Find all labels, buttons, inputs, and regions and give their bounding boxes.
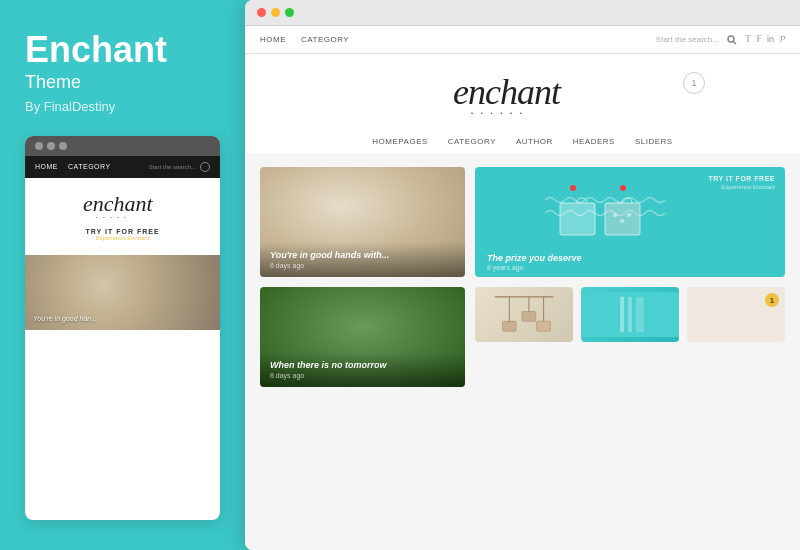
mini-dots-bar xyxy=(25,136,220,156)
svg-point-2 xyxy=(728,36,734,42)
svg-rect-7 xyxy=(605,203,640,235)
theme-search-icon[interactable] xyxy=(727,35,737,45)
mini-dot-3 xyxy=(59,142,67,150)
mini-nav-category[interactable]: CATEGORY xyxy=(68,163,111,170)
mini-dot-2 xyxy=(47,142,55,150)
grid-row-1: You're in good hands with... 6 days ago xyxy=(260,167,785,277)
mini-cta-main: TRY IT FOR FREE xyxy=(33,228,212,235)
card-small-1[interactable] xyxy=(475,287,573,342)
nav-sliders[interactable]: SLIDERS xyxy=(635,137,673,146)
mini-search-icon[interactable] xyxy=(200,162,210,172)
theme-nav-category[interactable]: CATEGORY xyxy=(301,35,349,44)
card-food-overlay: You're in good hands with... 6 days ago xyxy=(260,242,465,277)
svg-rect-20 xyxy=(628,297,632,332)
card-prize-meta: 8 years ago xyxy=(487,264,524,271)
card-food[interactable]: You're in good hands with... 6 days ago xyxy=(260,167,465,277)
grid-row-2: When there is no tomorrow 8 days ago xyxy=(260,287,785,387)
mini-bottom-image: You're in good han... xyxy=(25,255,220,330)
card-small-badge: 1 xyxy=(765,293,779,307)
card-small-3[interactable]: 1 xyxy=(687,287,785,342)
mini-logo-text: enchant • • • • • xyxy=(33,186,212,226)
theme-hero: 1 enchant • • • • • • xyxy=(245,54,800,131)
linkedin-icon: in xyxy=(767,34,774,45)
mini-nav-search: Start the search... xyxy=(149,162,210,172)
card-teal-cta: TRY IT FOR FREE xyxy=(708,175,775,182)
card-small-2-visual xyxy=(581,287,679,342)
pinterest-icon: 𝓟 xyxy=(779,34,785,45)
theme-nav-home[interactable]: HOME xyxy=(260,35,286,44)
theme-nav-left: HOME CATEGORY xyxy=(260,35,349,44)
sidebar-author: By FinalDestiny xyxy=(25,99,220,114)
card-plants-overlay: When there is no tomorrow 8 days ago xyxy=(260,352,465,387)
card-prize-title: The prize you deserve xyxy=(487,253,582,263)
svg-text:• • • • • •: • • • • • • xyxy=(471,110,525,116)
card-plants-meta: 8 days ago xyxy=(270,372,455,379)
mini-image-caption: You're in good han... xyxy=(33,315,97,322)
mini-cta: TRY IT FOR FREE Experience Enchant xyxy=(33,226,212,247)
sidebar-subtitle: Theme xyxy=(25,72,220,93)
svg-line-3 xyxy=(733,41,736,44)
svg-rect-17 xyxy=(537,321,551,331)
small-cards-container: 1 xyxy=(475,287,785,387)
chrome-dot-close[interactable] xyxy=(257,8,266,17)
theme-preview: HOME CATEGORY Start the search... 𝕋 𝔽 in… xyxy=(245,26,800,550)
card-food-title: You're in good hands with... xyxy=(270,250,455,260)
svg-text:enchant: enchant xyxy=(453,72,562,112)
small-cards-row: 1 xyxy=(475,287,785,333)
card-small-2[interactable] xyxy=(581,287,679,342)
red-dot-2 xyxy=(620,185,626,191)
chrome-dot-minimize[interactable] xyxy=(271,8,280,17)
nav-author[interactable]: AUTHOR xyxy=(516,137,553,146)
svg-rect-15 xyxy=(502,321,516,331)
main-area: HOME CATEGORY Start the search... 𝕋 𝔽 in… xyxy=(245,0,800,550)
mini-nav-home[interactable]: HOME xyxy=(35,163,58,170)
theme-nav: HOME CATEGORY Start the search... 𝕋 𝔽 in… xyxy=(245,26,800,54)
svg-rect-16 xyxy=(522,312,536,322)
card-small-1-visual xyxy=(475,287,573,342)
card-plants-title: When there is no tomorrow xyxy=(270,360,455,370)
card-plants[interactable]: When there is no tomorrow 8 days ago xyxy=(260,287,465,387)
theme-nav-right: Start the search... 𝕋 𝔽 in 𝓟 xyxy=(656,34,785,45)
svg-text:enchant: enchant xyxy=(83,191,154,216)
card-teal-sub: Experience Enchant xyxy=(721,184,775,190)
facebook-icon: 𝔽 xyxy=(756,34,762,45)
theme-social-icons: 𝕋 𝔽 in 𝓟 xyxy=(745,34,785,45)
theme-logo-svg: enchant • • • • • • xyxy=(443,69,603,119)
theme-secondary-nav: HOMEPAGES CATEGORY AUTHOR HEADERS SLIDER… xyxy=(245,131,800,155)
svg-rect-19 xyxy=(620,297,624,332)
mini-search-label: Start the search... xyxy=(149,164,196,170)
card-food-meta: 6 days ago xyxy=(270,262,455,269)
card-teal[interactable]: TRY IT FOR FREE Experience Enchant The p… xyxy=(475,167,785,277)
mini-nav: HOME CATEGORY Start the search... xyxy=(25,156,220,178)
svg-point-8 xyxy=(613,213,617,217)
svg-text:• • • • •: • • • • • xyxy=(96,215,128,220)
svg-point-9 xyxy=(620,219,624,223)
svg-point-10 xyxy=(627,213,631,217)
browser-chrome xyxy=(245,0,800,26)
mini-dot-1 xyxy=(35,142,43,150)
nav-headers[interactable]: HEADERS xyxy=(573,137,615,146)
chrome-dot-maximize[interactable] xyxy=(285,8,294,17)
notification-badge: 1 xyxy=(683,72,705,94)
squiggle-svg xyxy=(540,195,670,250)
nav-category[interactable]: CATEGORY xyxy=(448,137,496,146)
mini-cta-sub: Experience Enchant xyxy=(33,235,212,241)
svg-rect-21 xyxy=(636,297,644,332)
mini-logo-area: enchant • • • • • TRY IT FOR FREE Experi… xyxy=(25,178,220,255)
mini-nav-links: HOME CATEGORY xyxy=(35,163,111,170)
theme-search-label: Start the search... xyxy=(656,35,719,44)
red-dot-1 xyxy=(570,185,576,191)
sidebar: Enchant Theme By FinalDestiny HOME CATEG… xyxy=(0,0,245,550)
sidebar-title: Enchant xyxy=(25,30,220,70)
twitter-icon: 𝕋 xyxy=(745,34,751,45)
nav-homepages[interactable]: HOMEPAGES xyxy=(372,137,427,146)
content-grid: You're in good hands with... 6 days ago xyxy=(245,155,800,550)
mini-preview-card: HOME CATEGORY Start the search... enchan… xyxy=(25,136,220,520)
svg-rect-6 xyxy=(560,203,595,235)
